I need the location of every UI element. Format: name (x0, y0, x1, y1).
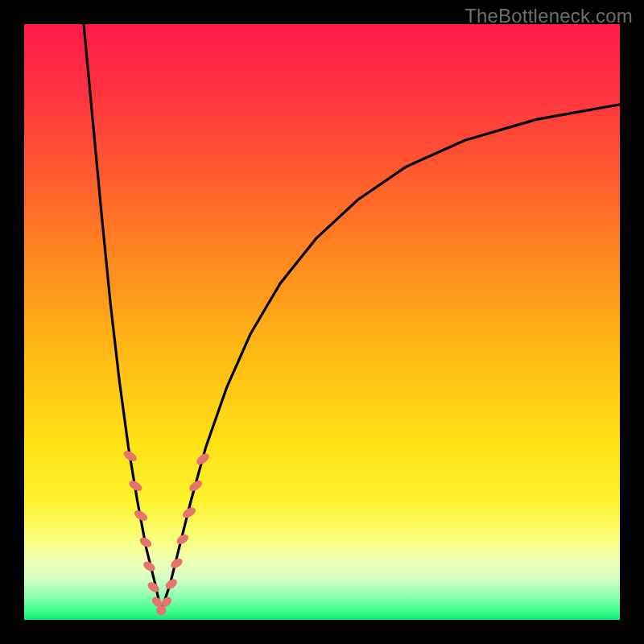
plot-area (24, 24, 620, 620)
marker-dot (156, 605, 166, 615)
chart-frame: TheBottleneck.com (0, 0, 644, 644)
curve-layer (24, 24, 620, 620)
curve-right-branch (161, 105, 620, 611)
curve-left-branch (84, 24, 161, 611)
